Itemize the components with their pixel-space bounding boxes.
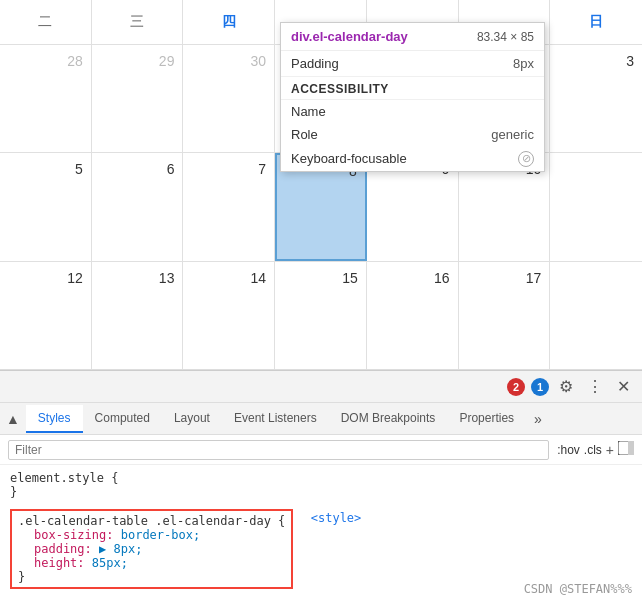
tooltip-accessibility-header: ACCESSIBILITY [281, 77, 544, 100]
more-icon[interactable]: ⋮ [583, 375, 607, 398]
devtools-topbar: 2 1 ⚙ ⋮ ✕ [0, 371, 642, 403]
add-style-button[interactable]: + [606, 442, 614, 458]
cal-cell[interactable]: 16 [367, 262, 459, 369]
tab-dom-breakpoints[interactable]: DOM Breakpoints [329, 405, 448, 433]
tooltip-keyboard-row: Keyboard-focusable ⊘ [281, 146, 544, 171]
cal-cell[interactable]: 15 [275, 262, 367, 369]
cal-cell[interactable]: 3 [550, 45, 642, 152]
element-style-selector: element.style { [10, 471, 118, 485]
css-prop3-line: height: 85px; [18, 556, 285, 570]
tab-computed[interactable]: Computed [83, 405, 162, 433]
css-val1: border-box; [121, 528, 200, 542]
cal-header-sun: 日 [550, 0, 642, 44]
tooltip-element-name: div.el-calendar-day [291, 29, 408, 44]
tab-overflow[interactable]: » [526, 405, 550, 433]
devtools-panel: 2 1 ⚙ ⋮ ✕ ▲ Styles Computed Layout Event… [0, 370, 642, 604]
cal-header-tue: 三 [92, 0, 184, 44]
error-count: 2 [507, 378, 525, 396]
tab-properties[interactable]: Properties [447, 405, 526, 433]
cal-cell[interactable]: 30 [183, 45, 275, 152]
tooltip-header: div.el-calendar-day 83.34 × 85 [281, 23, 544, 51]
filter-input[interactable] [8, 440, 549, 460]
css-prop1: box-sizing: [34, 528, 113, 542]
devtools-filter-bar: :hov .cls + [0, 435, 642, 465]
cal-cell[interactable]: 29 [92, 45, 184, 152]
tooltip-padding-label: Padding [291, 56, 339, 71]
info-count: 1 [531, 378, 549, 396]
svg-rect-1 [628, 441, 634, 455]
css-close-brace: } [18, 570, 285, 584]
css-prop2: padding: [34, 542, 92, 556]
css-content-area: element.style { } .el-calendar-table .el… [0, 465, 642, 604]
no-focusable-icon: ⊘ [518, 151, 534, 167]
css-closing-brace: } [18, 570, 25, 584]
cal-cell[interactable]: 7 [183, 153, 275, 260]
tooltip-role-value: generic [491, 127, 534, 142]
settings-icon[interactable]: ⚙ [555, 375, 577, 398]
cal-cell[interactable]: 12 [0, 262, 92, 369]
error-badge: 2 [507, 378, 525, 396]
cal-cell[interactable] [550, 262, 642, 369]
watermark: CSDN @STEFAN%%% [524, 582, 632, 596]
cls-toggle[interactable]: .cls [584, 443, 602, 457]
tab-layout[interactable]: Layout [162, 405, 222, 433]
tab-event-listeners[interactable]: Event Listeners [222, 405, 329, 433]
cal-header-wed: 四 [183, 0, 275, 44]
tooltip-dimensions: 83.34 × 85 [477, 30, 534, 44]
element-style-rule: element.style { } [10, 471, 632, 499]
tooltip-keyboard-label: Keyboard-focusable [291, 151, 407, 166]
css-source-link[interactable]: <style> [311, 511, 362, 525]
css-prop3: height: [34, 556, 85, 570]
cal-cell[interactable]: 6 [92, 153, 184, 260]
tooltip-role-row: Role generic [281, 123, 544, 146]
panel-collapse-icon[interactable]: ▲ [0, 411, 26, 427]
info-badge: 1 [531, 378, 549, 396]
close-icon[interactable]: ✕ [613, 375, 634, 398]
hov-toggle[interactable]: :hov [557, 443, 580, 457]
cal-cell[interactable]: 14 [183, 262, 275, 369]
css-selector-text: .el-calendar-table .el-calendar-day { [18, 514, 285, 528]
calendar-row-3: 12 13 14 15 16 17 [0, 262, 642, 369]
tooltip-name-row: Name [281, 100, 544, 123]
css-prop2-line: padding: ▶ 8px; [18, 542, 285, 556]
tooltip-keyboard-value: ⊘ [518, 150, 534, 167]
calendar-section: 二 三 四 日 28 29 30 3 5 6 7 8 9 10 [0, 0, 642, 370]
css-selector-line: .el-calendar-table .el-calendar-day { <s… [18, 514, 285, 528]
highlighted-css-rule: .el-calendar-table .el-calendar-day { <s… [10, 509, 293, 589]
element-tooltip: div.el-calendar-day 83.34 × 85 Padding 8… [280, 22, 545, 172]
tab-styles[interactable]: Styles [26, 405, 83, 433]
element-style-close: } [10, 485, 17, 499]
cal-cell[interactable]: 28 [0, 45, 92, 152]
cal-cell[interactable]: 5 [0, 153, 92, 260]
css-val2: ▶ 8px; [99, 542, 142, 556]
tooltip-name-label: Name [291, 104, 326, 119]
tooltip-role-label: Role [291, 127, 318, 142]
devtools-tab-bar: ▲ Styles Computed Layout Event Listeners… [0, 403, 642, 435]
css-prop1-line: box-sizing: border-box; [18, 528, 285, 542]
cal-cell[interactable]: 13 [92, 262, 184, 369]
cal-header-mon: 二 [0, 0, 92, 44]
toggle-sidebar-icon[interactable] [618, 441, 634, 459]
css-val3: 85px; [92, 556, 128, 570]
cal-cell[interactable] [550, 153, 642, 260]
tooltip-padding-row: Padding 8px [281, 51, 544, 77]
cal-cell[interactable]: 17 [459, 262, 551, 369]
tooltip-padding-value: 8px [513, 56, 534, 71]
